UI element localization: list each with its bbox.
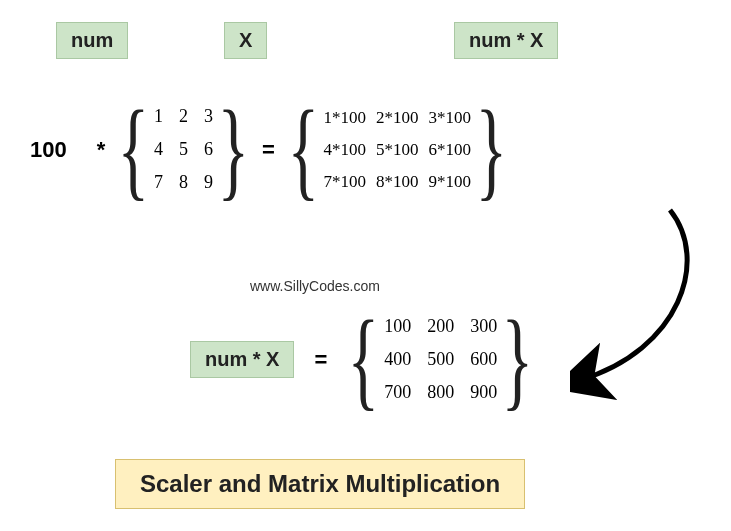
cell: 800	[427, 382, 454, 403]
cell: 400	[384, 349, 411, 370]
brace-right-icon: }	[476, 103, 508, 197]
equation-row-2: num * X = { 100 200 300 400 500 600 700 …	[190, 310, 534, 409]
brace-left-icon: {	[348, 313, 380, 407]
cell: 6*100	[429, 140, 472, 160]
cell: 8	[179, 172, 188, 193]
label-numx-badge: num * X	[454, 22, 558, 59]
cell: 9	[204, 172, 213, 193]
cell: 2*100	[376, 108, 419, 128]
cell: 3*100	[429, 108, 472, 128]
matrix-X: { 1 2 3 4 5 6 7 8 9 }	[117, 100, 250, 199]
cell: 1*100	[324, 108, 367, 128]
cell: 5	[179, 139, 188, 160]
cell: 9*100	[429, 172, 472, 192]
cell: 700	[384, 382, 411, 403]
matrix-expanded: { 1*100 2*100 3*100 4*100 5*100 6*100 7*…	[287, 102, 508, 198]
equals-operator: =	[314, 347, 327, 373]
cell: 5*100	[376, 140, 419, 160]
website-text: www.SillyCodes.com	[250, 278, 380, 294]
equation-row-1: 100 * { 1 2 3 4 5 6 7 8 9 } = { 1*100 2*…	[30, 100, 508, 199]
matrix-expanded-grid: 1*100 2*100 3*100 4*100 5*100 6*100 7*10…	[320, 102, 476, 198]
cell: 900	[470, 382, 497, 403]
cell: 3	[204, 106, 213, 127]
matrix-result: { 100 200 300 400 500 600 700 800 900 }	[347, 310, 534, 409]
matrix-result-grid: 100 200 300 400 500 600 700 800 900	[380, 310, 501, 409]
arrow-icon	[570, 200, 720, 400]
cell: 300	[470, 316, 497, 337]
equals-operator: =	[262, 137, 275, 163]
label-num-badge: num	[56, 22, 128, 59]
cell: 4*100	[324, 140, 367, 160]
cell: 7*100	[324, 172, 367, 192]
brace-right-icon: }	[502, 313, 534, 407]
brace-left-icon: {	[118, 103, 150, 197]
cell: 200	[427, 316, 454, 337]
label-x-badge: X	[224, 22, 267, 59]
cell: 8*100	[376, 172, 419, 192]
cell: 2	[179, 106, 188, 127]
scalar-value: 100	[30, 137, 67, 163]
diagram-title: Scaler and Matrix Multiplication	[115, 459, 525, 509]
cell: 7	[154, 172, 163, 193]
multiply-operator: *	[97, 137, 106, 163]
cell: 100	[384, 316, 411, 337]
brace-right-icon: }	[218, 103, 250, 197]
matrix-X-grid: 1 2 3 4 5 6 7 8 9	[150, 100, 217, 199]
brace-left-icon: {	[287, 103, 319, 197]
cell: 600	[470, 349, 497, 370]
label-numx-badge-2: num * X	[190, 341, 294, 378]
cell: 6	[204, 139, 213, 160]
cell: 500	[427, 349, 454, 370]
cell: 4	[154, 139, 163, 160]
cell: 1	[154, 106, 163, 127]
